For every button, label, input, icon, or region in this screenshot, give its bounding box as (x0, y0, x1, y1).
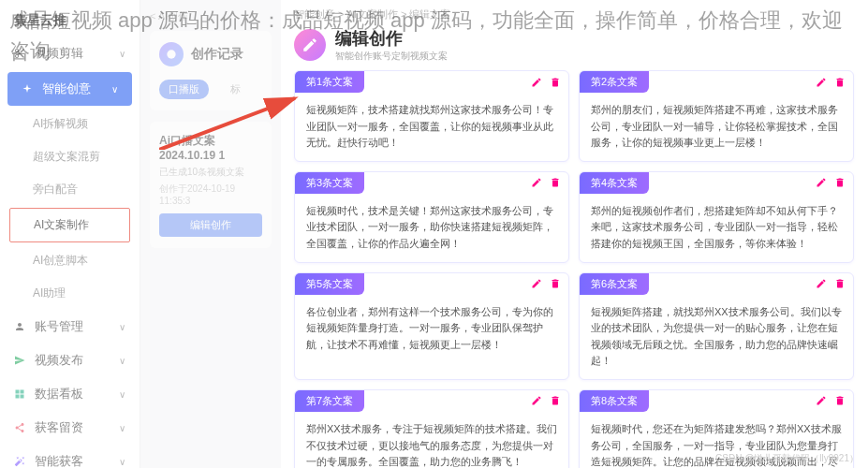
page-subtitle: 智能创作账号定制视频文案 (335, 50, 448, 63)
edit-icon[interactable] (531, 177, 542, 188)
sidebar-item-5[interactable]: AI文案制作 (9, 208, 130, 242)
tag-other[interactable]: 标 (230, 83, 241, 95)
svg-point-0 (167, 50, 175, 58)
scissors-icon (14, 48, 27, 59)
sidebar-item-10[interactable]: 数据看板∨ (0, 377, 140, 411)
edit-icon[interactable] (816, 395, 827, 406)
card-tab: 第3条文案 (295, 172, 364, 194)
sidebar-label: 视频发布 (35, 352, 83, 369)
share-icon (14, 422, 27, 433)
sidebar-label: AI创意脚本 (33, 253, 88, 269)
sidebar-item-8[interactable]: 账号管理∨ (0, 310, 140, 344)
center-crumb: < AI创作 (150, 9, 272, 23)
content-card-4: 第4条文案郑州的短视频创作者们，想搭建矩阵却不知从何下手？来吧，这家技术服务公司… (579, 171, 854, 263)
chevron-icon: ∨ (119, 457, 125, 467)
sidebar-item-2[interactable]: AI拆解视频 (0, 108, 140, 140)
tag-kobo[interactable]: 口播版 (159, 80, 209, 99)
edit-creation-button[interactable]: 编辑创作 (159, 213, 262, 237)
card-body: 郑州的短视频创作者们，想搭建矩阵却不知从何下手？来吧，这家技术服务公司，专业团队… (580, 194, 853, 262)
content-card-1: 第1条文案短视频矩阵，技术搭建就找郑州这家技术服务公司！专业团队一对一服务，全国… (294, 70, 569, 162)
record-icon (159, 42, 184, 66)
content-card-2: 第2条文案郑州的朋友们，短视频矩阵搭建不再难，这家技术服务公司，专业团队一对一辅… (579, 70, 854, 162)
chevron-icon: ∨ (111, 84, 118, 95)
sidebar-label: 超级文案混剪 (33, 149, 100, 165)
edit-icon[interactable] (531, 278, 542, 289)
sidebar-item-11[interactable]: 获客留资∨ (0, 411, 140, 445)
user-icon (14, 321, 27, 332)
spark-icon (22, 83, 35, 95)
edit-icon (294, 29, 326, 61)
content-card-7: 第7条文案郑州XX技术服务，专注于短视频矩阵的技术搭建。我们不仅技术过硬，更以接… (294, 389, 569, 468)
card-body: 短视频时代，技术是关键！郑州这家技术服务公司，专业技术团队，一对一服务，助你快速… (295, 194, 568, 262)
card-tab: 第5条文案 (295, 273, 364, 295)
main-panel: 智能创意 > AI文案制作 > 编辑文案 编辑创作 智能创作账号定制视频文案 第… (281, 0, 868, 468)
send-icon (14, 355, 27, 366)
sidebar-label: 视频剪辑 (35, 45, 83, 62)
brand-logo: 集星云推 (0, 5, 140, 37)
sidebar-item-0[interactable]: 视频剪辑∨ (0, 37, 140, 70)
delete-icon[interactable] (550, 278, 561, 289)
edit-icon[interactable] (531, 395, 542, 406)
doc-date: 创作于2024-10-19 11:35:3 (159, 183, 262, 206)
edit-icon[interactable] (816, 278, 827, 289)
delete-icon[interactable] (834, 395, 846, 406)
grid-icon (14, 388, 27, 400)
content-card-3: 第3条文案短视频时代，技术是关键！郑州这家技术服务公司，专业技术团队，一对一服务… (294, 171, 569, 263)
sidebar-label: 账号管理 (35, 318, 83, 335)
breadcrumb: 智能创意 > AI文案制作 > 编辑文案 (294, 7, 855, 22)
document-card[interactable]: Ai口播文案2024.10.19 1 已生成10条视频文案 创作于2024-10… (150, 122, 272, 248)
delete-icon[interactable] (550, 177, 561, 188)
watermark: CSDN @悦儿哥敲代码（lly9921） (715, 452, 859, 465)
sidebar-label: AI文案制作 (34, 217, 89, 233)
delete-icon[interactable] (834, 77, 846, 88)
card-tab: 第7条文案 (295, 390, 364, 412)
content-card-6: 第6条文案短视频矩阵搭建，就找郑州XX技术服务公司。我们以专业的技术团队，为您提… (579, 272, 854, 380)
card-body: 短视频矩阵，技术搭建就找郑州这家技术服务公司！专业团队一对一服务，全国覆盖，让你… (295, 93, 568, 161)
sidebar-label: 智能获客 (35, 453, 83, 468)
card-grid: 第1条文案短视频矩阵，技术搭建就找郑州这家技术服务公司！专业团队一对一服务，全国… (294, 70, 855, 468)
card-body: 各位创业者，郑州有这样一个技术服务公司，专为你的短视频矩阵量身打造。一对一服务，… (295, 295, 568, 363)
sidebar-item-1[interactable]: 智能创意∨ (7, 72, 132, 106)
sidebar-label: 数据看板 (35, 386, 83, 402)
chevron-icon: ∨ (119, 423, 125, 433)
sidebar-label: 获客留资 (35, 419, 83, 436)
sidebar-item-12[interactable]: 智能获客∨ (0, 445, 140, 468)
chevron-icon: ∨ (119, 356, 125, 366)
page-title: 编辑创作 (335, 27, 448, 50)
record-card: 创作记录 口播版 标 (150, 31, 272, 110)
sidebar-item-7[interactable]: AI助理 (0, 277, 140, 310)
card-tab: 第4条文案 (580, 172, 649, 194)
doc-title: Ai口播文案2024.10.19 1 (159, 133, 262, 162)
edit-icon[interactable] (816, 77, 827, 88)
delete-icon[interactable] (834, 278, 846, 289)
sidebar-item-3[interactable]: 超级文案混剪 (0, 140, 140, 173)
sidebar-item-6[interactable]: AI创意脚本 (0, 244, 140, 277)
card-tab: 第1条文案 (295, 71, 364, 93)
record-title: 创作记录 (191, 46, 243, 63)
center-panel: < AI创作 创作记录 口播版 标 Ai口播文案2024.10.19 1 已生成… (140, 0, 281, 468)
card-tab: 第6条文案 (580, 273, 649, 295)
card-body: 郑州的朋友们，短视频矩阵搭建不再难，这家技术服务公司，专业团队一对一辅导，让你轻… (580, 93, 853, 161)
content-card-5: 第5条文案各位创业者，郑州有这样一个技术服务公司，专为你的短视频矩阵量身打造。一… (294, 272, 569, 380)
doc-sub: 已生成10条视频文案 (159, 166, 262, 179)
sidebar: 集星云推 视频剪辑∨智能创意∨AI拆解视频超级文案混剪旁白配音AI文案制作AI创… (0, 0, 140, 468)
edit-icon[interactable] (816, 177, 827, 188)
sidebar-label: AI助理 (33, 285, 66, 301)
chevron-icon: ∨ (119, 322, 125, 332)
chevron-icon: ∨ (119, 49, 125, 59)
sidebar-label: AI拆解视频 (33, 116, 88, 132)
sidebar-item-9[interactable]: 视频发布∨ (0, 344, 140, 377)
delete-icon[interactable] (550, 77, 561, 88)
card-body: 郑州XX技术服务，专注于短视频矩阵的技术搭建。我们不仅技术过硬，更以接地气的服务… (295, 412, 568, 468)
card-tab: 第8条文案 (580, 390, 649, 412)
magic-icon (14, 456, 27, 467)
sidebar-label: 智能创意 (42, 80, 91, 97)
card-body: 短视频矩阵搭建，就找郑州XX技术服务公司。我们以专业的技术团队，为您提供一对一的… (580, 295, 853, 379)
card-tab: 第2条文案 (580, 71, 649, 93)
chevron-icon: ∨ (119, 389, 125, 400)
delete-icon[interactable] (834, 177, 846, 188)
sidebar-label: 旁白配音 (33, 182, 78, 197)
delete-icon[interactable] (550, 395, 561, 406)
sidebar-item-4[interactable]: 旁白配音 (0, 173, 140, 206)
edit-icon[interactable] (531, 77, 542, 88)
